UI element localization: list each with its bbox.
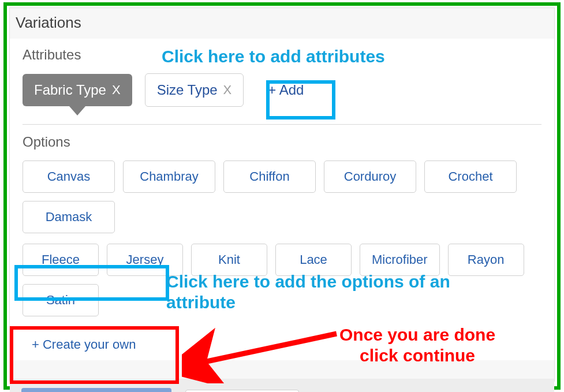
option-chip[interactable]: Chambray	[123, 160, 215, 193]
continue-button[interactable]: Continue	[21, 388, 171, 392]
option-chip[interactable]: Canvas	[23, 160, 115, 193]
callout-continue-line2: click continue	[339, 345, 495, 366]
callout-create-own: Click here to add the options of an attr…	[166, 271, 507, 313]
option-chip[interactable]: Fleece	[23, 244, 99, 276]
option-chip[interactable]: Satin	[23, 284, 99, 316]
attribute-tag-label: Fabric Type	[34, 82, 106, 98]
close-icon[interactable]: X	[112, 83, 121, 98]
callout-continue-line1: Once you are done	[339, 324, 495, 345]
option-chip[interactable]: Corduroy	[324, 160, 416, 193]
cancel-button[interactable]: Cancel	[185, 390, 299, 393]
add-attribute-label: + Add	[268, 82, 304, 98]
attribute-tag-size-type[interactable]: Size Type X	[145, 73, 244, 107]
add-attribute-button[interactable]: + Add	[256, 74, 315, 106]
create-own-button[interactable]: + Create your own	[23, 329, 145, 360]
option-chip[interactable]: Crochet	[424, 160, 517, 193]
attributes-row: Fabric Type X Size Type X + Add	[23, 73, 541, 125]
callout-add-attributes: Click here to add attributes	[162, 46, 385, 67]
attribute-tag-fabric-type[interactable]: Fabric Type X	[23, 74, 132, 106]
options-heading: Options	[23, 134, 541, 150]
close-icon[interactable]: X	[223, 83, 232, 98]
footer-bar: Continue Cancel	[10, 379, 554, 392]
option-chip[interactable]: Damask	[23, 201, 115, 233]
create-your-own-wrap: + Create your own	[23, 327, 145, 360]
attribute-tag-label: Size Type	[157, 82, 218, 98]
option-chip[interactable]: Chiffon	[223, 160, 316, 193]
section-title: Variations	[10, 8, 554, 39]
options-row-1: Canvas Chambray Chiffon Corduroy Crochet…	[23, 160, 541, 244]
